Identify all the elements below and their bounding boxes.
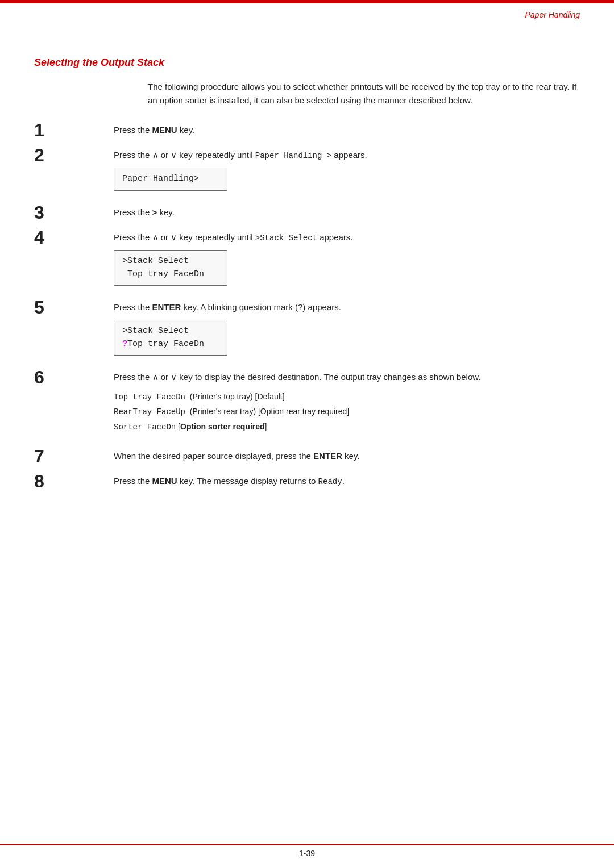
step-6-content: Press the ∧ or ∨ key to display the desi… xyxy=(114,370,580,440)
step-4-number: 4 xyxy=(34,228,68,247)
page-content: Selecting the Output Stack The following… xyxy=(34,34,580,834)
option-1: Top tray FaceDn (Printer's top tray) [De… xyxy=(114,390,580,404)
step-5-lcd: >Stack Select ?Top tray FaceDn xyxy=(114,320,227,356)
step-7-row: 7 When the desired paper source displaye… xyxy=(34,449,580,465)
step-4-text: Press the ∧ or ∨ key repeatedly until >S… xyxy=(114,231,580,244)
step-6-number: 6 xyxy=(34,368,68,386)
intro-text: The following procedure allows you to se… xyxy=(148,80,580,107)
step-7-content: When the desired paper source displayed,… xyxy=(114,449,580,463)
step-8-content: Press the MENU key. The message display … xyxy=(114,474,580,488)
step-1-number: 1 xyxy=(34,121,68,139)
step-7-text: When the desired paper source displayed,… xyxy=(114,449,580,463)
step-5-number: 5 xyxy=(34,298,68,316)
step-2-number: 2 xyxy=(34,146,68,164)
step-2-lcd: Paper Handling> xyxy=(114,168,227,191)
step-2-content: Press the ∧ or ∨ key repeatedly until Pa… xyxy=(114,148,580,197)
page-number: 1-39 xyxy=(299,849,315,858)
step-8-row: 8 Press the MENU key. The message displa… xyxy=(34,474,580,490)
bottom-line xyxy=(0,844,614,845)
step-8-text: Press the MENU key. The message display … xyxy=(114,474,580,488)
step-6-options: Top tray FaceDn (Printer's top tray) [De… xyxy=(114,390,580,435)
step-1-text: Press the MENU key. xyxy=(114,123,580,137)
option-2: RearTray FaceUp (Printer's rear tray) [O… xyxy=(114,404,580,419)
step-1-content: Press the MENU key. xyxy=(114,123,580,137)
option-3: Sorter FaceDn [Option sorter required] xyxy=(114,420,580,435)
step-5-content: Press the ENTER key. A blinking question… xyxy=(114,301,580,361)
step-7-number: 7 xyxy=(34,447,68,465)
step-5-text: Press the ENTER key. A blinking question… xyxy=(114,301,580,314)
step-4-row: 4 Press the ∧ or ∨ key repeatedly until … xyxy=(34,231,580,291)
top-border xyxy=(0,0,614,3)
step-5-row: 5 Press the ENTER key. A blinking questi… xyxy=(34,301,580,361)
section-title: Selecting the Output Stack xyxy=(34,57,580,69)
blink-cursor: ? xyxy=(122,338,127,351)
header-label: Paper Handling xyxy=(525,10,580,19)
step-3-text: Press the > key. xyxy=(114,206,580,219)
step-2-row: 2 Press the ∧ or ∨ key repeatedly until … xyxy=(34,148,580,197)
step-3-content: Press the > key. xyxy=(114,206,580,219)
step-6-row: 6 Press the ∧ or ∨ key to display the de… xyxy=(34,370,580,440)
step-2-text: Press the ∧ or ∨ key repeatedly until Pa… xyxy=(114,148,580,162)
step-3-row: 3 Press the > key. xyxy=(34,206,580,222)
step-3-number: 3 xyxy=(34,203,68,222)
step-4-content: Press the ∧ or ∨ key repeatedly until >S… xyxy=(114,231,580,291)
step-4-lcd: >Stack Select Top tray FaceDn xyxy=(114,250,227,286)
step-8-number: 8 xyxy=(34,472,68,490)
step-6-text: Press the ∧ or ∨ key to display the desi… xyxy=(114,370,580,384)
step-1-row: 1 Press the MENU key. xyxy=(34,123,580,139)
